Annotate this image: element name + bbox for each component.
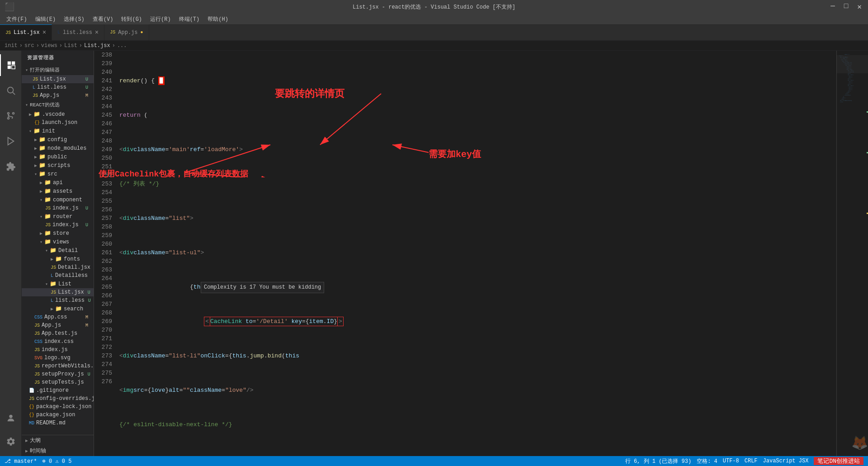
sidebar-item-list-jsx[interactable]: JS List.jsx U (22, 288, 94, 296)
editor-area[interactable]: 238 239 240 241 242 243 244 245 246 247 … (94, 51, 868, 456)
language-mode[interactable]: JavaScript JSX (763, 458, 809, 464)
chevron-right-icon: ▶ (34, 137, 37, 143)
sidebar-item-router-index[interactable]: JS index.js U (22, 221, 94, 229)
maximize-button[interactable]: □ (842, 2, 850, 11)
sidebar-item-store[interactable]: ▶ 📁 store (22, 229, 94, 238)
activity-settings[interactable] (0, 431, 22, 452)
sidebar-item-package-json[interactable]: {} package.json (22, 411, 94, 419)
menu-help[interactable]: 帮助(H) (204, 14, 232, 24)
breadcrumb-part[interactable]: ... (117, 43, 127, 49)
sidebar-item-list-less[interactable]: L list.less U (22, 296, 94, 304)
sidebar-item-assets[interactable]: ▶ 📁 assets (22, 187, 94, 195)
sidebar-item-node-modules[interactable]: ▶ 📁 node_modules (22, 144, 94, 152)
sidebar-item-index-js[interactable]: JS index.js (22, 346, 94, 354)
sidebar-item-logo-svg[interactable]: SVG logo.svg (22, 354, 94, 362)
sidebar-item-public[interactable]: ▶ 📁 public (22, 152, 94, 161)
sidebar-item-launch-json[interactable]: {} launch.json (22, 119, 94, 127)
minimap[interactable]: render() { return ( <div className= {/* … (836, 51, 868, 456)
sidebar-item-detail[interactable]: ▾ 📁 Detail (22, 246, 94, 255)
activity-account[interactable] (0, 407, 22, 429)
sidebar-item-component-index[interactable]: JS index.js U (22, 204, 94, 212)
sidebar-item-setuptests[interactable]: JS setupTests.js (22, 378, 94, 386)
breadcrumb-current[interactable]: List.jsx (84, 43, 110, 49)
tab-bar: JS List.jsx × L list.less × JS App.js ● (0, 25, 868, 41)
sidebar-item-config[interactable]: ▶ 📁 config (22, 135, 94, 144)
file-badge: U (86, 290, 92, 295)
code-content[interactable]: render() { █ return ( <div className='ma… (116, 51, 836, 456)
breadcrumb-part[interactable]: List (64, 43, 77, 49)
project-section[interactable]: ▾ REACT的优选 (22, 100, 94, 110)
outline-section[interactable]: ▶ 大纲 (22, 435, 94, 446)
folder-label: router (53, 214, 72, 220)
sidebar-item-detailless[interactable]: L Detailless (22, 271, 94, 280)
breadcrumb-part[interactable]: init (5, 43, 18, 49)
title-bar: ⬛ List.jsx - react的优选 - Visual Studio Co… (0, 0, 868, 14)
menu-select[interactable]: 选择(S) (60, 14, 88, 24)
menu-run[interactable]: 运行(R) (146, 14, 175, 24)
sidebar-item-gitignore[interactable]: 📄 .gitignore (22, 386, 94, 395)
sidebar-item-component[interactable]: ▾ 📁 component (22, 195, 94, 204)
line-ending[interactable]: CRLF (745, 458, 758, 464)
tab-list-jsx[interactable]: JS List.jsx × (0, 24, 52, 40)
tab-app-js[interactable]: JS App.js ● (104, 24, 149, 40)
menu-file[interactable]: 文件(F) (3, 14, 31, 24)
git-branch[interactable]: ⎇ master* (5, 458, 37, 465)
timeline-section[interactable]: ▶ 时间轴 (22, 446, 94, 456)
breadcrumb-part[interactable]: views (41, 43, 57, 49)
file-label: package.json (36, 412, 75, 418)
error-warning-count[interactable]: ⊗ 0 ⚠ 0 5 (42, 458, 72, 465)
encoding[interactable]: UTF-8 (723, 458, 739, 464)
sidebar-item-app-js[interactable]: JS App.js M (22, 321, 94, 329)
activity-extensions[interactable] (0, 156, 22, 177)
cursor-position[interactable]: 行 6, 列 1 (已选择 93) (625, 457, 691, 465)
sidebar-item-src[interactable]: ▾ 📁 src (22, 170, 94, 178)
window-controls[interactable]: ─ □ ✕ (829, 2, 863, 11)
tab-list-less[interactable]: L list.less × (52, 24, 104, 40)
sidebar-item-router[interactable]: ▾ 📁 router (22, 212, 94, 221)
menu-view[interactable]: 查看(V) (89, 14, 117, 24)
sidebar-item-package-lock[interactable]: {} package-lock.json M (22, 403, 94, 411)
sidebar-item-index-css[interactable]: CSS index.css (22, 338, 94, 346)
tab-close-button[interactable]: × (42, 29, 46, 36)
indentation[interactable]: 空格: 4 (697, 457, 717, 465)
sidebar-item-search[interactable]: ▶ 📁 search (22, 304, 94, 313)
sidebar-item-api[interactable]: ▶ 📁 api (22, 178, 94, 187)
close-button[interactable]: ✕ (855, 2, 863, 11)
sidebar-item-detail-jsx[interactable]: JS Detail.jsx U (22, 263, 94, 271)
activity-git[interactable] (0, 105, 22, 127)
minimize-button[interactable]: ─ (829, 2, 837, 11)
sidebar-item-scripts[interactable]: ▶ 📁 scripts (22, 161, 94, 170)
sidebar-item-list-folder[interactable]: ▾ 📁 List (22, 280, 94, 288)
activity-search[interactable] (0, 80, 22, 101)
complexity-tooltip: Complexity is 17 You must be kidding (201, 282, 324, 293)
file-label: launch.json (42, 119, 77, 126)
activity-debug[interactable] (0, 130, 22, 152)
sidebar-item-views[interactable]: ▾ 📁 views (22, 238, 94, 246)
project-label: REACT的优选 (30, 101, 60, 108)
sidebar-item-setupproxy[interactable]: JS setupProxy.js U (22, 370, 94, 378)
menu-edit[interactable]: 编辑(E) (32, 14, 60, 24)
sidebar-item-reportwebvitals[interactable]: JS reportWebVitals.js (22, 362, 94, 370)
menu-terminal[interactable]: 终端(T) (175, 14, 203, 24)
activity-explorer[interactable] (0, 54, 22, 76)
sidebar-item-init[interactable]: ▾ 📁 init (22, 127, 94, 135)
sidebar-item-config-overrides[interactable]: JS config-overrides.js U (22, 395, 94, 403)
open-editor-list-jsx[interactable]: JS List.jsx U (22, 75, 94, 83)
file-badge: U (84, 206, 90, 211)
sidebar-item-app-test[interactable]: JS App.test.js (22, 329, 94, 338)
folder-label: scripts (47, 162, 70, 169)
code-scroll-area[interactable]: 238 239 240 241 242 243 244 245 246 247 … (94, 51, 836, 456)
status-right: 行 6, 列 1 (已选择 93) 空格: 4 UTF-8 CRLF JavaS… (625, 457, 863, 465)
sidebar-item-vscode[interactable]: ▶ 📁 .vscode (22, 110, 94, 119)
menu-goto[interactable]: 转到(G) (118, 14, 146, 24)
sidebar-item-fonts[interactable]: ▶ 📁 fonts (22, 255, 94, 263)
open-editor-list-less[interactable]: L list.less U (22, 83, 94, 91)
sidebar-item-app-css[interactable]: CSS App.css M (22, 313, 94, 321)
open-editor-app-js[interactable]: JS App.js M (22, 91, 94, 100)
tab-close-button[interactable]: × (95, 29, 99, 36)
sidebar-item-readme[interactable]: MD README.md (22, 419, 94, 427)
open-editors-section[interactable]: ▾ 打开的编辑器 (22, 65, 94, 75)
tab-modified-dot: ● (141, 30, 143, 35)
breadcrumb-part[interactable]: src (24, 43, 34, 49)
folder-label: List (58, 281, 71, 287)
